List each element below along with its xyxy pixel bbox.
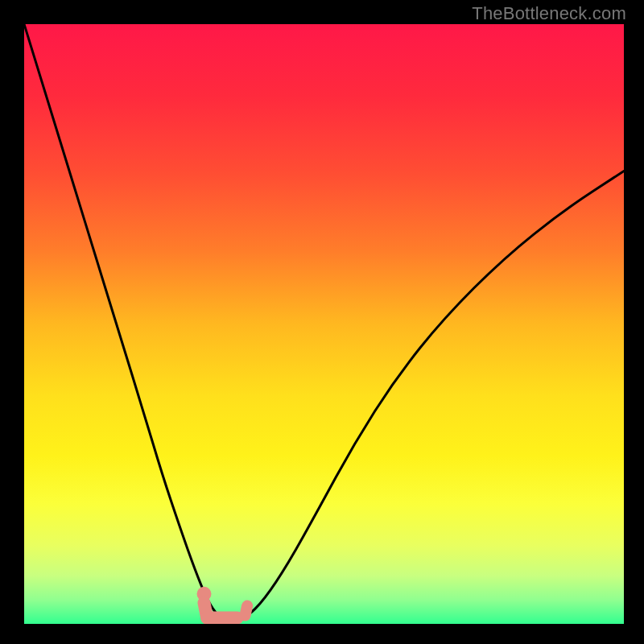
chart-frame: TheBottleneck.com (0, 0, 644, 644)
plot-area (24, 24, 624, 624)
minimum-marker (197, 587, 248, 618)
watermark-text: TheBottleneck.com (472, 3, 626, 24)
bottleneck-curve (24, 24, 624, 620)
curve-layer (24, 24, 624, 624)
marker-tick (246, 606, 248, 616)
